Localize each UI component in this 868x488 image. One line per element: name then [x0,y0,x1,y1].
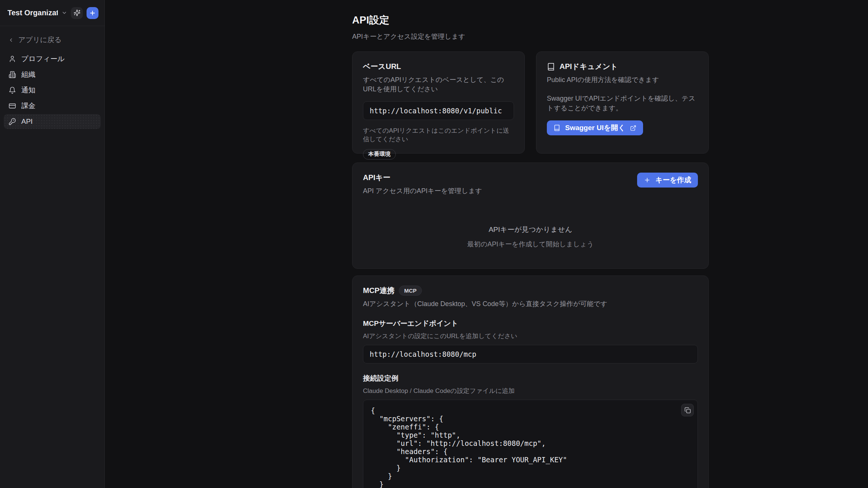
create-key-button-label: キーを作成 [655,175,691,185]
sidebar-item-label: プロフィール [21,54,65,64]
sidebar-item-billing[interactable]: 課金 [4,98,101,113]
main-area: API設定 APIキーとアクセス設定を管理します ベースURL すべてのAPIリ… [105,0,868,488]
api-docs-card-description: Public APIの使用方法を確認できます [547,75,698,85]
sidebar-item-api[interactable]: API [4,114,101,129]
sidebar-item-label: API [21,117,33,126]
api-keys-card: APIキー API アクセス用のAPIキーを管理します キーを作成 APIキーが… [352,163,709,269]
sidebar-item-label: 通知 [21,85,35,95]
api-keys-card-title: APIキー [363,173,482,183]
base-url-card: ベースURL すべてのAPIリクエストのベースとして、このURLを使用してくださ… [352,51,525,154]
mcp-endpoint-description: AIアシスタントの設定にこのURLを追加してください [363,332,698,340]
sidebar-item-profile[interactable]: プロフィール [4,51,101,66]
back-link-label: アプリに戻る [18,35,62,45]
sidebar-header: Test Organization [0,0,104,26]
empty-state-title: APIキーが見つかりません [363,225,698,234]
open-swagger-button[interactable]: Swagger UIを開く [547,120,643,135]
org-name: Test Organization [7,9,58,17]
chevron-left-icon [8,37,14,43]
plus-icon [644,177,651,183]
mcp-endpoint-field[interactable]: http://localhost:8080/mcp [363,345,698,363]
mcp-card: MCP連携 MCP AIアシスタント（Claude Desktop、VS Cod… [352,276,709,488]
content-column: API設定 APIキーとアクセス設定を管理します ベースURL すべてのAPIリ… [352,0,709,488]
mcp-config-json: { "mcpServers": { "zeneffi": { "type": "… [371,406,690,488]
empty-state-subtitle: 最初のAPIキーを作成して開始しましょう [363,240,698,249]
create-key-button[interactable]: キーを作成 [637,173,698,188]
mcp-config-code-block: { "mcpServers": { "zeneffi": { "type": "… [363,400,698,488]
base-url-card-title: ベースURL [363,62,514,72]
copy-config-button[interactable] [681,404,694,416]
mcp-badge: MCP [399,286,422,296]
base-url-field[interactable]: http://localhost:8080/v1/public [363,101,514,120]
add-button[interactable] [87,7,98,19]
api-keys-card-header: APIキー API アクセス用のAPIキーを管理します キーを作成 [363,173,698,196]
mcp-card-header: MCP連携 MCP [363,286,698,296]
mcp-card-description: AIアシスタント（Claude Desktop、VS Code等）から直接タスク… [363,299,698,309]
info-cards-row: ベースURL すべてのAPIリクエストのベースとして、このURLを使用してくださ… [352,51,709,154]
sidebar-nav: プロフィール 組織 通知 課金 [0,51,104,129]
mcp-example-description: Claude Desktop / Claude Codeの設定ファイルに追加 [363,387,698,395]
plus-icon [89,10,96,16]
page-title: API設定 [352,13,709,27]
sidebar-item-label: 組織 [21,70,35,79]
credit-card-icon [9,102,16,110]
book-icon [547,63,555,71]
org-selector[interactable]: Test Organization [7,9,67,17]
mcp-card-title: MCP連携 [363,286,394,296]
api-docs-card: APIドキュメント Public APIの使用方法を確認できます Swagger… [536,51,709,154]
app-root: Test Organization アプリに戻る [0,0,868,488]
book-icon [554,125,560,131]
api-keys-card-description: API アクセス用のAPIキーを管理します [363,186,482,196]
api-keys-heading: APIキー API アクセス用のAPIキーを管理します [363,173,482,196]
api-docs-card-title: APIドキュメント [560,62,618,72]
external-link-icon [630,125,636,131]
base-url-helper: すべてのAPIリクエストはこのエンドポイントに送信してください [363,126,514,144]
page-subtitle: APIキーとアクセス設定を管理します [352,32,709,41]
bell-icon [9,86,16,94]
ai-sparkles-button[interactable] [71,7,83,19]
building-icon [9,71,16,78]
sidebar-item-label: 課金 [21,101,35,111]
mcp-example-title: 接続設定例 [363,374,698,383]
user-icon [9,55,16,63]
sidebar: Test Organization アプリに戻る [0,0,105,488]
api-docs-card-body: Swagger UIでAPIエンドポイントを確認し、テストすることができます。 [547,94,698,113]
api-keys-empty-state: APIキーが見つかりません 最初のAPIキーを作成して開始しましょう [363,225,698,249]
sidebar-item-organization[interactable]: 組織 [4,67,101,82]
open-swagger-button-label: Swagger UIを開く [565,123,625,133]
api-docs-card-header: APIドキュメント [547,62,698,72]
key-icon [9,118,16,125]
environment-badge: 本番環境 [363,149,396,160]
copy-icon [684,407,691,413]
mcp-endpoint-title: MCPサーバーエンドポイント [363,319,698,328]
back-to-apps-link[interactable]: アプリに戻る [4,32,101,48]
sparkles-icon [73,9,81,16]
base-url-card-description: すべてのAPIリクエストのベースとして、このURLを使用してください [363,75,514,94]
chevron-down-icon [62,10,67,16]
sidebar-item-notifications[interactable]: 通知 [4,83,101,98]
